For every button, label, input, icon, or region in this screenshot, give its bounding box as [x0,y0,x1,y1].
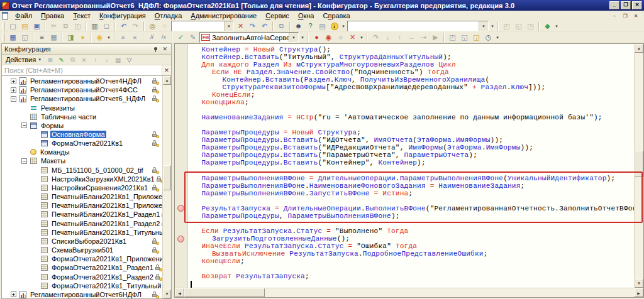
expand-minus-icon[interactable]: − [21,158,27,164]
tree-scroll-up-icon[interactable]: ▲ [163,76,171,85]
uncomment-button[interactable]: /x [158,32,170,43]
save-button[interactable]: ▣ [31,21,43,31]
breakpoints-overflow-chevron-icon[interactable]: ▾ [358,32,365,43]
tree-item[interactable]: −РегламентированныйОтчет6_НДФЛ [2,94,162,103]
toolbar-grip[interactable] [2,33,5,42]
menu-windows[interactable]: Окна [294,11,319,21]
merge-configurations-button[interactable]: ◱ [513,21,525,31]
filter-button[interactable]: ▽ [124,55,135,65]
module-structure-button[interactable]: ▦ [48,32,60,43]
procedures-list-button[interactable]: ≡ [36,32,48,43]
new-file-button[interactable]: ▢ [7,21,19,31]
remove-breakpoints-button[interactable]: ✕ [347,32,358,43]
conditional-breakpoint-button[interactable]: ◉ [323,32,335,43]
editor-horizontal-scrollbar[interactable]: ◀ ▶ [175,288,643,297]
search-clear-icon[interactable]: ✕ [162,65,171,75]
breakpoint-button[interactable]: ● [311,32,323,43]
search-combo[interactable]: ▼ [171,21,234,31]
tree-item[interactable]: ПечатныйБланк2021Кв1_Титульный [2,228,162,237]
disable-breakpoints-button[interactable]: ○ [335,32,347,43]
sort-button[interactable]: ▦ [113,55,123,65]
tree-item[interactable]: НастройкиЗагрузкиXML2021Кв1 [2,175,162,183]
compare-configurations-button[interactable]: ◰ [501,21,513,31]
menu-edit[interactable]: Правка [36,11,69,21]
editor-gutter[interactable] [175,44,188,288]
expand-minus-icon[interactable]: − [21,122,27,128]
code-area[interactable]: Контейнер = Новый Структура();Контейнер.… [189,44,634,288]
procedure-combo-overflow-chevron-icon[interactable]: ▾ [299,32,306,43]
tree-item[interactable]: ПечатныйБланк2021Кв1_Раздел1 [2,210,162,219]
pin-icon[interactable] [153,46,158,52]
format-button[interactable]: ✎ [187,32,199,43]
print-preview-button[interactable]: ◻ [101,21,113,31]
tree-item[interactable]: ОсновнаяФорма [2,130,162,139]
save-text-button[interactable]: ◨ [65,32,77,43]
goto-definition-button[interactable]: ◱ [19,32,31,43]
tree-item[interactable]: ПечатныйБланк2021Кв1_Приложение1 [2,192,162,201]
editor-vertical-scrollbar[interactable]: ▲ ▼ [634,44,643,288]
edit-button[interactable]: ✎ [56,55,67,65]
expression-window-button[interactable]: ◱ [458,32,470,43]
tree-item[interactable]: ФормаОтчета2021Кв1_Раздел1 [2,263,162,272]
find-settings-button[interactable]: ◌ [158,21,170,31]
menu-text[interactable]: Текст [69,11,95,21]
expand-plus-icon[interactable]: + [11,87,16,93]
update-configuration-button[interactable]: ◳ [525,21,536,31]
move-up-button[interactable]: ↑ [90,55,101,65]
metadata-search-overflow-chevron-icon[interactable]: ▾ [489,21,496,31]
tree-scrollbar[interactable]: ▲ ▼ [162,76,171,298]
mdi-restore-button[interactable]: ❐ [621,12,630,19]
breakpoint-marker[interactable] [177,205,184,212]
tree-item[interactable]: +РегламентированныйОтчет4ФСС [2,85,162,94]
delete-button[interactable]: ✕ [79,55,89,65]
tree-item[interactable]: ФормаОтчета2021Кв1_Приложение1 [2,254,162,263]
add-button[interactable]: ⊕ [45,55,55,65]
menu-administration[interactable]: Администрирование [186,11,261,21]
procedure-combo-dropdown-icon[interactable]: ▼ [289,33,298,42]
tree-item[interactable]: ФормаОтчета2021Кв1_Раздел2 [2,272,162,281]
performance-button[interactable]: ◷ [482,32,494,43]
tree-item[interactable]: НастройкиСравнения2021Кв1 [2,183,162,192]
indent-increase-button[interactable]: » [117,32,129,43]
tree-item[interactable]: Команды [2,148,162,156]
copy-button[interactable]: ⧉ [60,21,72,31]
toolbar2-overflow-chevron-icon[interactable]: ▾ [494,32,501,43]
menu-service[interactable]: Сервис [261,11,294,21]
find-button[interactable]: ◎ [147,21,158,31]
scroll-left-icon[interactable]: ◀ [175,288,184,297]
step-into-button[interactable]: ↓ [382,32,394,43]
tree-item[interactable]: ПечатныйБланк2021Кв1_Раздел2 [2,219,162,228]
cut-button[interactable]: ✂ [48,21,60,31]
menu-configuration[interactable]: Конфигурация [95,11,150,21]
expand-minus-icon[interactable]: − [11,96,16,102]
database-configuration-button[interactable]: ◆ [541,21,553,31]
tree-item[interactable]: +РегламентированныйОтчет6НДФЛ [2,290,162,298]
syntax-assistant-button[interactable]: ☻ [292,21,304,31]
procedure-combo[interactable]: FMЗаполнитьАвтоНаСервере▼ [199,32,299,43]
actions-menu-button[interactable]: Действия ▼ [3,55,44,64]
help-contents-button[interactable]: ▤ [316,21,328,31]
search-combo-dropdown-icon[interactable]: ▼ [224,21,233,31]
scroll-up-icon[interactable]: ▲ [635,44,643,53]
title-bar[interactable]: Отчет РегламентированныйОтчет6_НДФЛ: Фор… [0,0,644,11]
close-button[interactable]: ✕ [632,1,642,9]
tree-scroll-thumb[interactable] [163,165,171,190]
indent-decrease-button[interactable]: « [129,32,141,43]
h-scroll-thumb[interactable] [184,288,265,297]
toolbar-grip[interactable] [2,22,5,31]
debug-windows-button[interactable]: ◰ [447,32,458,43]
scroll-right-icon[interactable]: ▶ [634,288,643,297]
comment-button[interactable]: // [146,32,158,43]
v-scroll-thumb[interactable] [635,151,643,177]
mdi-minimize-button[interactable]: − [610,12,619,19]
mdi-document-icon[interactable] [2,12,8,19]
restart-button[interactable]: ⇢ [418,32,430,43]
step-out-button[interactable]: ↑ [394,32,406,43]
duplicate-button[interactable]: ⧉ [67,55,78,65]
move-down-button[interactable]: ↓ [101,55,112,65]
tree-item[interactable]: Табличные части [2,112,162,121]
tree-item[interactable]: ФормаОтчета2021Кв1_Титульный [2,281,162,290]
panel-close-icon[interactable]: ✕ [161,46,169,53]
syntax-check-button[interactable]: ✓ [175,32,187,43]
tree-item[interactable]: МБ_1151100_5_01000_02_tif [2,166,162,175]
